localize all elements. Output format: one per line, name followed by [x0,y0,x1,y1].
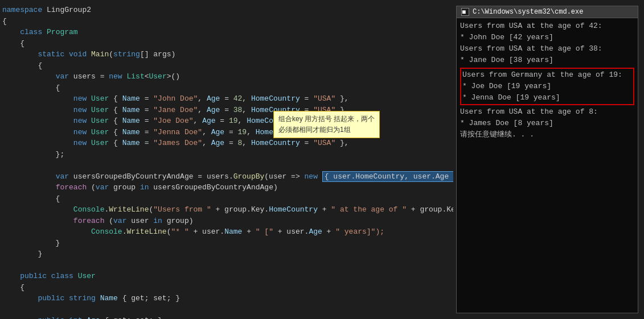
code-line-content: Console.WriteLine("Users from " + group.… [2,204,453,216]
token-string: "James Doe" [153,139,202,147]
token-plain [2,294,38,303]
token-plain: = [140,106,153,114]
token-prop: Name [224,227,242,236]
token-plain: { [2,84,60,92]
token-plain: = [300,139,313,147]
cmd-line: * Jane Doe [38 years] [460,55,634,66]
token-plain: , [247,128,256,136]
code-line: }; [0,149,453,160]
token-plain: } [2,250,42,258]
token-plain [2,128,73,136]
code-line-content [2,160,451,171]
token-kw: var [56,172,73,181]
token-plain: { [109,117,122,125]
code-line-content: new User { Name = "Jenna Doe", Age = 19,… [2,127,451,138]
token-plain: , [202,139,211,147]
token-plain [2,106,73,114]
token-plain: { get; set; } [118,294,180,303]
cmd-line: * Jenna Doe [19 years] [462,92,632,103]
code-line-content: new User { Name = "Jane Doe", Age = 38, … [2,105,451,116]
token-plain: { [2,17,7,26]
token-plain [2,117,73,125]
code-line-content: public int Age { get; set; } [2,315,451,319]
token-plain [2,183,56,192]
token-kw: int [69,316,87,319]
token-string: "Jenna Doe" [153,128,202,136]
token-plain: , [242,106,251,114]
token-kw: string [113,50,140,59]
code-line-content: static void Main(string[] args) [2,49,451,60]
code-line: static void Main(string[] args) [0,49,453,60]
token-string: "USA" [313,94,335,103]
code-line: } [0,248,453,260]
cmd-line: * Joe Doe [19 years] [462,81,632,92]
cmd-body: Users from USA at the age of 42:* John D… [457,18,638,313]
code-line: class Program [0,27,453,38]
token-kw: namespace [2,6,47,14]
token-plain: , [202,128,211,136]
code-line-content: public class User [2,271,451,282]
token-number: 38 [233,106,243,114]
code-line: var usersGroupedByCountryAndAge = users.… [0,171,453,183]
token-method: WriteLine [126,227,166,236]
token-plain: , [198,106,207,114]
token-plain [2,50,38,59]
code-line: Console.WriteLine("Users from " + group.… [0,204,453,216]
token-plain: = [224,128,237,136]
code-line-content: { [2,193,451,205]
annotation-box: 组合key 用方括号 括起来，两个 必须都相同才能归为1组 [273,111,380,138]
token-plain: ( [109,217,113,225]
token-plain: = [140,139,153,147]
code-line: foreach (var group in usersGroupedByCoun… [0,182,453,193]
token-method: WriteLine [109,205,149,214]
token-method: GroupBy [233,172,265,181]
token-kw: in [140,183,153,192]
code-line: { [0,38,453,49]
token-plain: = [220,94,233,103]
cmd-titlebar: ■ C:\Windows\system32\cmd.exe [457,6,638,18]
code-line-content: } [2,248,451,260]
token-plain: + group.Key. [211,205,269,214]
code-line-content: { [2,60,451,72]
token-plain: = [140,117,153,125]
token-type: User [91,139,109,147]
code-line: { [0,16,453,27]
code-line: } [0,238,453,249]
token-kw-class: User [78,272,96,280]
token-prop: Name [122,139,140,147]
code-line [0,260,453,271]
token-plain: >() [167,72,180,81]
token-type: User [91,117,109,125]
token-kw: public [38,294,69,303]
code-line-content: var users = new List<User>() [2,71,451,82]
cmd-line: Users from USA at the age of 42: [460,20,634,32]
code-line-content: foreach (var group in usersGroupedByCoun… [2,182,451,193]
token-string: "Jane Doe" [153,106,198,114]
token-kw: class [20,28,47,36]
code-line-content: new User { Name = "John Doe", Age = 42, … [2,93,451,105]
code-line: { [0,60,453,72]
code-line-content: { [2,16,451,27]
token-kw-control: foreach [56,183,91,192]
token-type: User [91,94,109,103]
token-plain: + [242,227,255,236]
token-string: "USA" [313,139,335,147]
token-plain: + [318,205,331,214]
code-line: new User { Name = "Joe Doe", Age = 19, H… [0,115,453,127]
token-kw: new [73,139,91,147]
token-kw: class [51,272,78,280]
token-prop: HomeCountry [269,205,318,214]
cmd-line: * James Doe [8 years] [460,118,634,129]
token-kw-class: Program [47,28,78,36]
token-plain: = [216,117,229,125]
code-line: namespace LingGroup2 [0,5,453,16]
annotation-line2: 必须都相同才能归为1组 [278,125,375,135]
annotation-line1: 组合key 用方括号 括起来，两个 [278,114,375,125]
token-plain: }, [335,139,348,147]
token-plain [2,172,56,181]
token-plain [2,217,73,225]
code-line-content: class Program [2,27,451,38]
token-kw: var [56,72,73,81]
code-line: new User { Name = "Jane Doe", Age = 38, … [0,105,453,116]
code-line-content: namespace LingGroup2 [2,5,451,16]
